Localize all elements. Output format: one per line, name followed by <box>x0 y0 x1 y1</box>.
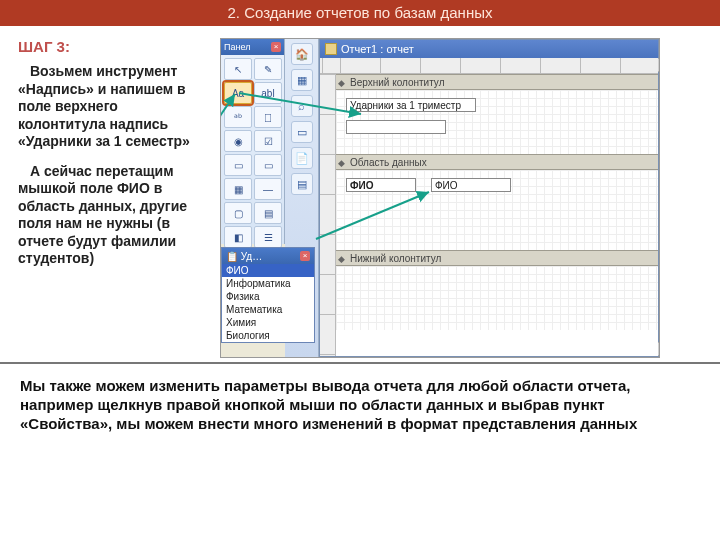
field-list-titlebar[interactable]: 📋 Уд… × <box>222 248 314 264</box>
close-icon[interactable]: × <box>271 42 281 52</box>
access-report-screenshot: Панел × ↖ ✎ Aa abl ᵃᵇ ⎕ ◉ ☑ ▭ ▭ ▦ — ▢ <box>220 38 660 358</box>
tool-checkbox[interactable]: ☑ <box>254 130 282 152</box>
instruction-paragraph-1: Возьмем инструмент «Надпись» и напишем в… <box>18 63 208 151</box>
report-title-text: Отчет1 : отчет <box>341 43 414 55</box>
tool-frame[interactable]: ▢ <box>224 202 252 224</box>
tool-textbox[interactable]: abl <box>254 82 282 104</box>
tool-wizard[interactable]: ✎ <box>254 58 282 80</box>
ribbon-page-icon[interactable]: ▤ <box>291 173 313 195</box>
field-caption-fio[interactable]: ФИО <box>346 178 416 192</box>
slide-title: 2. Создание отчетов по базам данных <box>228 4 493 21</box>
section-footer-bar[interactable]: Нижний колонтитул <box>336 250 658 266</box>
slide-header: 2. Создание отчетов по базам данных <box>0 0 720 26</box>
field-item-biologiya[interactable]: Биология <box>222 329 314 342</box>
toolbox-palette: Панел × ↖ ✎ Aa abl ᵃᵇ ⎕ ◉ ☑ ▭ ▭ ▦ — ▢ <box>221 39 285 244</box>
field-item-himiya[interactable]: Химия <box>222 316 314 329</box>
ribbon-form-icon[interactable]: ▭ <box>291 121 313 143</box>
tool-toggle[interactable]: ⎕ <box>254 106 282 128</box>
toolbox-titlebar[interactable]: Панел × <box>221 39 284 55</box>
report-design-window: Отчет1 : отчет Верхний колонтитул Ударни… <box>319 39 659 357</box>
section-header-label: Верхний колонтитул <box>350 77 445 88</box>
field-item-informatika[interactable]: Информатика <box>222 277 314 290</box>
tool-listbox[interactable]: ▭ <box>254 154 282 176</box>
tool-image[interactable]: — <box>254 178 282 200</box>
ribbon-home-icon[interactable]: 🏠 <box>291 43 313 65</box>
tool-bound-frame[interactable]: ▤ <box>254 202 282 224</box>
tool-pointer[interactable]: ↖ <box>224 58 252 80</box>
ribbon-table-icon[interactable]: ▦ <box>291 69 313 91</box>
label-control[interactable]: Ударники за 1 триместр <box>346 98 476 112</box>
field-item-matematika[interactable]: Математика <box>222 303 314 316</box>
field-control-fio[interactable]: ФИО <box>431 178 511 192</box>
tool-pagebreak[interactable]: ◧ <box>224 226 252 248</box>
field-list-title: Уд… <box>241 251 262 262</box>
footer-text: Мы также можем изменить параметры вывода… <box>20 376 700 434</box>
tool-optiongroup[interactable]: ᵃᵇ <box>224 106 252 128</box>
tool-optionbutton[interactable]: ◉ <box>224 130 252 152</box>
field-list-panel[interactable]: 📋 Уд… × ФИО Информатика Физика Математик… <box>221 247 315 343</box>
page-footer-section[interactable] <box>336 266 658 330</box>
section-detail-label: Область данных <box>350 157 427 168</box>
tool-tab[interactable]: ☰ <box>254 226 282 248</box>
toolbox-grid: ↖ ✎ Aa abl ᵃᵇ ⎕ ◉ ☑ ▭ ▭ ▦ — ▢ ▤ ◧ ☰ ✦ <box>221 55 284 275</box>
close-icon[interactable]: × <box>300 251 310 261</box>
horizontal-ruler[interactable] <box>320 58 658 74</box>
section-footer-label: Нижний колонтитул <box>350 253 441 264</box>
page-header-section[interactable]: Ударники за 1 триместр <box>336 90 658 154</box>
tool-button[interactable]: ▦ <box>224 178 252 200</box>
footer-block: Мы также можем изменить параметры вывода… <box>0 362 720 434</box>
instruction-column: ШАГ 3: Возьмем инструмент «Надпись» и на… <box>18 38 208 358</box>
section-detail-bar[interactable]: Область данных <box>336 154 658 170</box>
ribbon-query-icon[interactable]: ⌕ <box>291 95 313 117</box>
toolbox-title-text: Панел <box>224 42 250 52</box>
tool-combobox[interactable]: ▭ <box>224 154 252 176</box>
field-item-fio[interactable]: ФИО <box>222 264 314 277</box>
instruction-paragraph-2: А сейчас перетащим мышкой поле ФИО в обл… <box>18 163 208 268</box>
ribbon-report-icon[interactable]: 📄 <box>291 147 313 169</box>
field-item-fizika[interactable]: Физика <box>222 290 314 303</box>
vertical-ruler[interactable] <box>320 74 336 356</box>
step-label: ШАГ 3: <box>18 38 208 55</box>
empty-label-control[interactable] <box>346 120 446 134</box>
report-icon <box>325 43 337 55</box>
report-titlebar[interactable]: Отчет1 : отчет <box>320 40 658 58</box>
section-header-bar[interactable]: Верхний колонтитул <box>336 74 658 90</box>
detail-section[interactable]: ФИО ФИО <box>336 170 658 250</box>
tool-label[interactable]: Aa <box>224 82 252 104</box>
